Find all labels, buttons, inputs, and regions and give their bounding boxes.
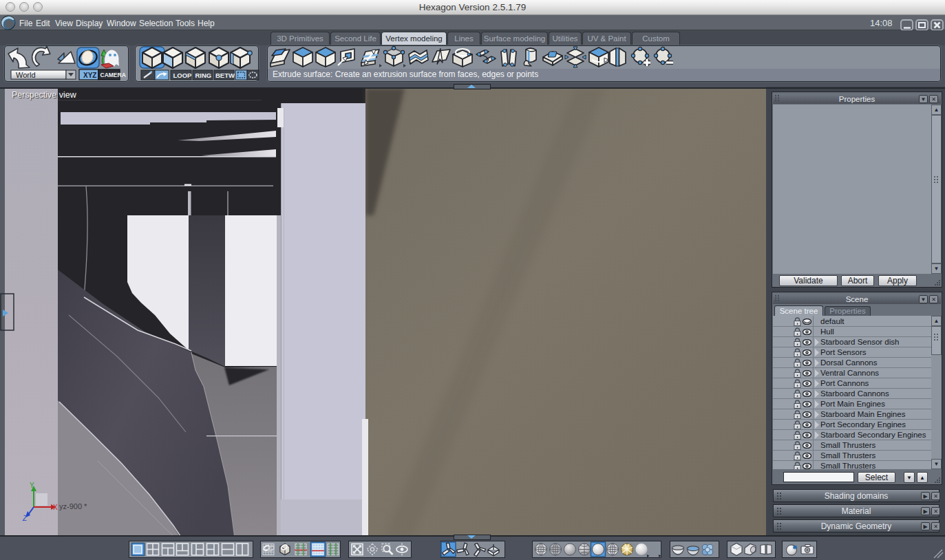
svg-text:Y: Y bbox=[30, 482, 34, 489]
svg-text:Z: Z bbox=[22, 515, 28, 522]
svg-text:World: World bbox=[16, 71, 36, 79]
svg-text:BETW: BETW bbox=[215, 72, 235, 79]
svg-text:LOOP: LOOP bbox=[173, 72, 193, 79]
svg-text:Perspective view: Perspective view bbox=[12, 90, 77, 100]
svg-text:CAMERA: CAMERA bbox=[100, 72, 126, 78]
svg-text:XYZ: XYZ bbox=[83, 72, 96, 79]
svg-text:yz-900 *: yz-900 * bbox=[59, 502, 87, 510]
svg-text:X: X bbox=[53, 504, 58, 511]
svg-text:RING: RING bbox=[195, 72, 212, 79]
